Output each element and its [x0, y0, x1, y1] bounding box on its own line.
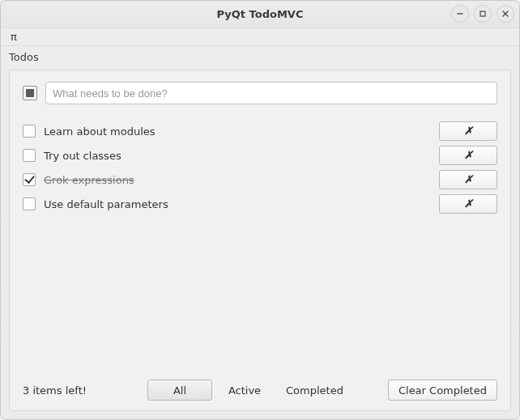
filter-completed-button[interactable]: Completed — [277, 380, 352, 401]
new-todo-row — [23, 82, 497, 104]
spacer — [23, 216, 497, 371]
close-icon — [501, 10, 509, 18]
window-controls — [451, 5, 514, 23]
todo-row: Grok expressions✗ — [23, 168, 497, 192]
todo-label: Grok expressions — [42, 174, 433, 186]
delete-todo-button[interactable]: ✗ — [439, 121, 497, 141]
todo-label: Learn about modules — [42, 125, 433, 138]
delete-todo-button[interactable]: ✗ — [439, 146, 497, 165]
todo-checkbox[interactable] — [23, 173, 36, 186]
todo-checkbox[interactable] — [23, 125, 36, 138]
delete-todo-button[interactable]: ✗ — [439, 194, 497, 214]
filter-active-button[interactable]: Active — [212, 380, 277, 401]
minimize-icon — [456, 10, 464, 18]
svg-rect-1 — [480, 11, 485, 16]
items-left-label: 3 items left! — [23, 384, 112, 397]
maximize-button[interactable] — [474, 5, 492, 23]
todo-label: Try out classes — [42, 150, 433, 162]
todo-checkbox[interactable] — [23, 197, 36, 210]
filter-group: All Active Completed — [147, 380, 352, 401]
maximize-icon — [479, 10, 487, 18]
delete-todo-button[interactable]: ✗ — [439, 170, 497, 189]
todo-row: Learn about modules✗ — [23, 119, 497, 143]
filter-all-button[interactable]: All — [147, 380, 212, 401]
footer: 3 items left! All Active Completed Clear… — [23, 371, 497, 401]
window-title: PyQt TodoMVC — [217, 8, 304, 20]
todo-list: Learn about modules✗Try out classes✗Grok… — [23, 119, 497, 216]
todo-label: Use default parameters — [42, 198, 433, 210]
toggle-all-checkbox[interactable] — [23, 86, 37, 100]
page-title: Todos — [1, 46, 519, 65]
todo-checkbox[interactable] — [23, 149, 36, 162]
todo-row: Try out classes✗ — [23, 143, 497, 168]
content-frame: Learn about modules✗Try out classes✗Grok… — [9, 70, 511, 411]
todo-row: Use default parameters✗ — [23, 192, 497, 216]
toggle-all-fill-icon — [26, 89, 34, 97]
menu-pi[interactable]: π — [6, 29, 22, 45]
new-todo-input[interactable] — [45, 82, 497, 104]
clear-completed-button[interactable]: Clear Completed — [388, 380, 497, 401]
app-window: PyQt TodoMVC π Todos Learn about modules… — [0, 0, 520, 420]
menubar: π — [1, 28, 519, 46]
titlebar: PyQt TodoMVC — [1, 1, 519, 28]
close-button[interactable] — [497, 5, 514, 23]
minimize-button[interactable] — [451, 5, 469, 23]
